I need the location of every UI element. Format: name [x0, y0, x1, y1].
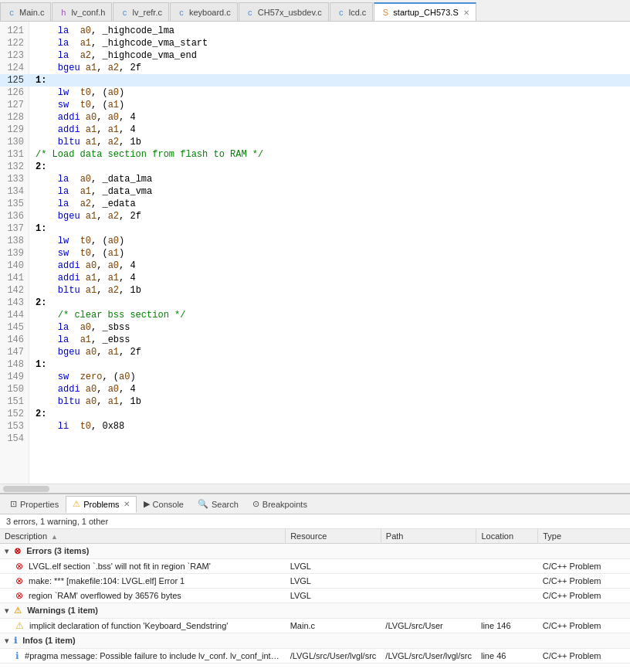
panel-tab-properties[interactable]: ⊡ Properties [3, 496, 66, 513]
line-number: 135 [0, 198, 29, 210]
scroll-thumb[interactable] [3, 486, 49, 492]
group-type-icon: ⊗ [14, 546, 21, 555]
problems-table[interactable]: Description ▲ Resource Path Location Typ… [0, 529, 630, 672]
description-text: make: *** [makefile:104: LVGL.elf] Error… [29, 576, 185, 585]
description-cell: ⚠ implicit declaration of function 'Keyb… [0, 619, 286, 633]
code-editor: 1211221231241251261271281291301311321331… [0, 22, 630, 493]
location-cell [476, 589, 538, 603]
panel-tab-label: Console [153, 500, 184, 509]
tab-startup-ch573-s[interactable]: S startup_CH573.S ✕ [374, 2, 476, 21]
description-cell: ⊗ LVGL.elf section `.bss' will not fit i… [0, 559, 286, 574]
group-row[interactable]: ▾ ⚠ Warnings (1 item) [0, 603, 630, 619]
code-line: addi a0, a0, 4 [29, 383, 630, 395]
col-header-description[interactable]: Description ▲ [0, 529, 286, 544]
error-icon: ⊗ [15, 575, 23, 586]
group-type-icon: ℹ [14, 636, 17, 645]
s-file-icon: S [381, 8, 390, 17]
location-cell: line 46 [476, 649, 538, 664]
description-text: region `RAM' overflowed by 36576 bytes [29, 591, 181, 600]
panel-tab-search[interactable]: 🔍 Search [191, 496, 246, 513]
line-number: 143 [0, 297, 29, 309]
sort-arrow-description: ▲ [51, 533, 58, 541]
code-line: /* clear bss section */ [29, 309, 630, 321]
table-row[interactable]: ℹ #pragma message: Possible failure to i… [0, 649, 630, 664]
group-type-icon: ⚠ [14, 606, 22, 615]
code-line: /* Load data section from flash to RAM *… [29, 148, 630, 161]
location-cell [476, 559, 538, 574]
horizontal-scrollbar[interactable] [0, 484, 630, 493]
tab-label: lv_conf.h [71, 8, 105, 17]
line-number: 142 [0, 284, 29, 297]
code-line: li t0, 0x88 [29, 420, 630, 433]
code-line: lw t0, (a0) [29, 87, 630, 99]
search-icon: 🔍 [198, 499, 208, 509]
line-number: 140 [0, 260, 29, 272]
tab-ch57x-usbdev-c[interactable]: c CH57x_usbdev.c [239, 2, 329, 21]
code-line: la a1, _data_vma [29, 185, 630, 198]
code-line: 1: [29, 222, 630, 235]
line-number: 123 [0, 49, 29, 62]
code-line: bltu a0, a1, 1b [29, 395, 630, 408]
group-row[interactable]: ▾ ⊗ Errors (3 items) [0, 544, 630, 559]
tab-lv-refr-c[interactable]: c lv_refr.c [113, 2, 169, 21]
tab-label: keyboard.c [189, 8, 231, 17]
line-number: 141 [0, 272, 29, 284]
path-cell: /LVGL/src/User/lvgl/src [381, 649, 476, 664]
code-line: la a0, _highcode_lma [29, 25, 630, 37]
col-header-location[interactable]: Location [476, 529, 538, 544]
tab-bar: c Main.c h lv_conf.h c lv_refr.c c keybo… [0, 0, 630, 22]
line-number: 133 [0, 173, 29, 185]
c-file-icon5: c [337, 8, 346, 17]
code-line: addi a1, a1, 4 [29, 124, 630, 136]
resource-cell: LVGL [286, 574, 381, 589]
line-number: 128 [0, 111, 29, 124]
col-header-path[interactable]: Path [381, 529, 476, 544]
resource-cell: LVGL [286, 559, 381, 574]
panel-tab-breakpoints[interactable]: ⊙ Breakpoints [246, 496, 314, 513]
code-line: la a1, _ebss [29, 334, 630, 346]
panel-tab-close[interactable]: ✕ [124, 500, 130, 508]
line-number: 124 [0, 62, 29, 74]
resource-cell: /LVGL/src/User/lvgl/src [286, 649, 381, 664]
table-row[interactable]: ⊗ make: *** [makefile:104: LVGL.elf] Err… [0, 574, 630, 589]
tab-close-button[interactable]: ✕ [463, 8, 469, 17]
group-label: ▾ ⚠ Warnings (1 item) [0, 603, 630, 619]
expand-chevron[interactable]: ▾ [5, 606, 8, 615]
description-cell: ℹ #pragma message: Possible failure to i… [0, 649, 286, 664]
tab-lcd-c[interactable]: c lcd.c [330, 2, 374, 21]
type-cell: C/C++ Problem [538, 619, 630, 633]
location-cell: line 146 [476, 619, 538, 633]
code-line: sw t0, (a1) [29, 99, 630, 111]
col-header-resource[interactable]: Resource [286, 529, 381, 544]
group-label: ▾ ⊗ Errors (3 items) [0, 544, 630, 559]
c-file-icon4: c [246, 8, 255, 17]
group-row[interactable]: ▾ ℹ Infos (1 item) [0, 633, 630, 649]
code-line: bgeu a1, a2, 2f [29, 62, 630, 74]
col-header-type[interactable]: Type [538, 529, 630, 544]
table-row[interactable]: ⊗ LVGL.elf section `.bss' will not fit i… [0, 559, 630, 574]
line-number: 153 [0, 420, 29, 433]
description-text: LVGL.elf section `.bss' will not fit in … [29, 562, 211, 571]
table-row[interactable]: ⚠ implicit declaration of function 'Keyb… [0, 619, 630, 633]
code-line: addi a1, a1, 4 [29, 272, 630, 284]
code-line: 2: [29, 297, 630, 309]
tab-lv-conf-h[interactable]: h lv_conf.h [52, 2, 112, 21]
panel-tab-console[interactable]: ▶ Console [137, 496, 191, 513]
expand-chevron[interactable]: ▾ [5, 636, 8, 645]
expand-chevron[interactable]: ▾ [5, 547, 8, 555]
code-line: sw zero, (a0) [29, 371, 630, 383]
line-number: 136 [0, 210, 29, 222]
line-number: 125 [0, 74, 29, 87]
code-line: addi a0, a0, 4 [29, 260, 630, 272]
line-number: 151 [0, 395, 29, 408]
c-file-icon: c [7, 8, 16, 17]
warning-icon: ⚠ [15, 620, 24, 631]
line-number: 149 [0, 371, 29, 383]
line-number: 131 [0, 148, 29, 161]
type-cell: C/C++ Problem [538, 559, 630, 574]
table-row[interactable]: ⊗ region `RAM' overflowed by 36576 bytes… [0, 589, 630, 603]
panel-tab-problems[interactable]: ⚠ Problems ✕ [66, 496, 136, 513]
tab-main-c[interactable]: c Main.c [0, 2, 51, 21]
tab-keyboard-c[interactable]: c keyboard.c [170, 2, 238, 21]
code-lines[interactable]: la a0, _highcode_lma la a1, _highcode_vm… [29, 22, 630, 484]
